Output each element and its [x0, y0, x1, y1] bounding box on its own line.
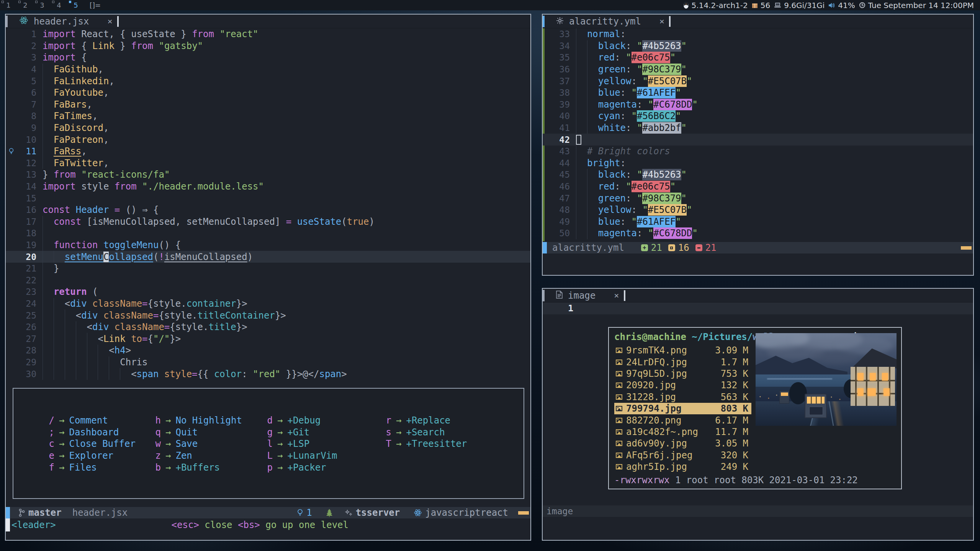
file-row[interactable]: a19c482f~.png11.7 M: [614, 426, 751, 438]
diagnostic-count[interactable]: 1: [306, 507, 312, 518]
line-text: import React, { useState } from "react": [36, 28, 258, 40]
image-file-icon: [616, 371, 622, 376]
file-icon: [556, 290, 563, 301]
line-number: 22: [16, 275, 36, 285]
code-area[interactable]: 1import React, { useState } from "react"…: [6, 28, 530, 380]
code-line: 12FaTwitter,: [6, 157, 530, 169]
statusline-filename: header.jsx: [72, 507, 128, 518]
tab-image[interactable]: image ×: [556, 290, 619, 301]
react-icon: [19, 16, 28, 27]
tab-label: image: [568, 290, 596, 301]
file-row[interactable]: ad6v90y.jpg3.05 M: [614, 438, 751, 449]
close-icon[interactable]: ×: [108, 16, 113, 26]
image-preview: [756, 333, 897, 426]
code-line: 39magenta: "#C678DD": [543, 99, 973, 111]
code-line: 6FaYoutube,: [6, 87, 530, 99]
treesitter-icon: [326, 508, 333, 517]
line-text: FaRss,: [36, 146, 87, 157]
code-area[interactable]: 1: [543, 302, 973, 314]
code-line: 8FaTimes,: [6, 110, 530, 122]
code-action-bulb-icon[interactable]: [6, 147, 16, 155]
line-number: 9: [16, 123, 36, 133]
line-number: 45: [544, 170, 570, 180]
workspace-indicator: [35, 1, 38, 3]
line-text: const Header = () ⇒ {: [36, 204, 159, 216]
close-icon[interactable]: ×: [659, 16, 664, 26]
statusline: image: [543, 505, 973, 517]
workspace-1[interactable]: 1: [0, 0, 17, 10]
file-row[interactable]: 882720.png6.17 M: [614, 414, 751, 426]
file-row[interactable]: 20920.jpg132 K: [614, 379, 751, 391]
file-row-selected[interactable]: 799794.jpg803 K: [614, 403, 751, 414]
file-row[interactable]: 31228.jpg563 K: [614, 391, 751, 403]
line-text: import style from "./header.module.less": [36, 181, 264, 193]
code-line: 20setMenuCollapsed(!isMenuCollapsed): [6, 251, 530, 263]
line-text: return (: [36, 286, 98, 298]
filetype-react-icon: [414, 508, 422, 517]
line-text: <h4>: [36, 345, 131, 356]
close-icon[interactable]: ×: [614, 291, 619, 300]
preview-house: [847, 348, 897, 406]
line-text: <div className={style.titleContainer}>: [36, 309, 286, 321]
code-line: 2import { Link } from "gatsby": [6, 40, 530, 52]
image-file-icon: [616, 453, 622, 458]
workspace-4[interactable]: 4: [51, 0, 67, 10]
tab-label: header.jsx: [34, 16, 89, 27]
lsp-server-label[interactable]: tsserver: [356, 507, 400, 518]
line-text: FaBars,: [36, 99, 92, 111]
whichkey-binding-q: q→Quit: [155, 427, 267, 438]
file-row[interactable]: 9rsmTK4.png3.09 M: [614, 345, 751, 356]
volume-icon: [828, 2, 835, 8]
workspace-2[interactable]: 2: [17, 0, 34, 10]
line-text: [36, 274, 54, 286]
code-line: 42: [543, 134, 973, 146]
file-row[interactable]: 24LrDFQ.jpg1.7 M: [614, 356, 751, 368]
file-name: 799794.jpg: [626, 403, 682, 414]
line-number: 33: [544, 29, 570, 39]
layout-symbol: []=: [90, 1, 101, 9]
status-bar: 12345 []= 5.14.2-arch1-2 56 9.6Gi/31Gi 4…: [0, 0, 980, 10]
statusline-filename: alacritty.yml: [552, 242, 624, 253]
line-number: 36: [544, 64, 570, 74]
code-line: 33normal:: [543, 28, 973, 40]
line-number: 2: [16, 41, 36, 51]
whichkey-binding-f: f→Files: [49, 461, 155, 473]
gear-icon: [556, 16, 564, 27]
tab-headerjsx[interactable]: header.jsx ×: [19, 16, 113, 27]
workspace-5[interactable]: 5: [67, 0, 84, 10]
kernel-status: 5.14.2-arch1-2: [683, 1, 748, 10]
code-line: 48yellow: "#E5C07B": [543, 204, 973, 216]
line-text: magenta: "#C678DD": [570, 227, 698, 239]
code-line: 10FaPatreon,: [6, 134, 530, 146]
line-text: [36, 192, 43, 204]
line-number: 14: [16, 181, 36, 191]
cmdline[interactable]: <leader> <esc> close <bs> go up one leve…: [6, 518, 530, 531]
file-row[interactable]: 97q9L5D.jpg753 K: [614, 368, 751, 379]
scroll-indicator[interactable]: [961, 246, 972, 250]
git-branch-icon: [18, 508, 25, 517]
file-name: 20920.jpg: [626, 380, 676, 391]
line-text: import {: [36, 52, 87, 64]
file-size: 11.7 M: [715, 427, 748, 437]
file-row[interactable]: aghr5Ip.jpg249 K: [614, 461, 751, 473]
tab-alacritty[interactable]: alacritty.yml ×: [556, 16, 664, 27]
line-text: [36, 227, 54, 239]
code-line: 22: [6, 274, 530, 286]
file-name: ad6v90y.jpg: [626, 438, 687, 449]
code-area[interactable]: 33normal:34black: "#4b5263"35red: "#e06c…: [543, 28, 973, 239]
hint-action: go up one level: [260, 520, 348, 530]
file-size: 563 K: [721, 392, 748, 402]
line-text: FaYoutube,: [36, 87, 109, 99]
scroll-indicator[interactable]: [518, 511, 529, 515]
tabline-left-bar: [543, 16, 545, 27]
whichkey-binding-L: L→+LunarVim: [267, 450, 386, 462]
line-number: 47: [544, 193, 570, 203]
workspace-3[interactable]: 3: [34, 0, 51, 10]
whichkey-binding-z: z→Zen: [155, 450, 267, 462]
line-text: Chris: [36, 356, 147, 368]
diff-modified-icon: [668, 244, 675, 251]
git-branch-label[interactable]: master: [28, 507, 62, 518]
file-row[interactable]: AFq5r6j.jpeg320 K: [614, 450, 751, 461]
file-list: 9rsmTK4.png3.09 M24LrDFQ.jpg1.7 M97q9L5D…: [614, 345, 751, 473]
code-line: 50magenta: "#C678DD": [543, 227, 973, 239]
